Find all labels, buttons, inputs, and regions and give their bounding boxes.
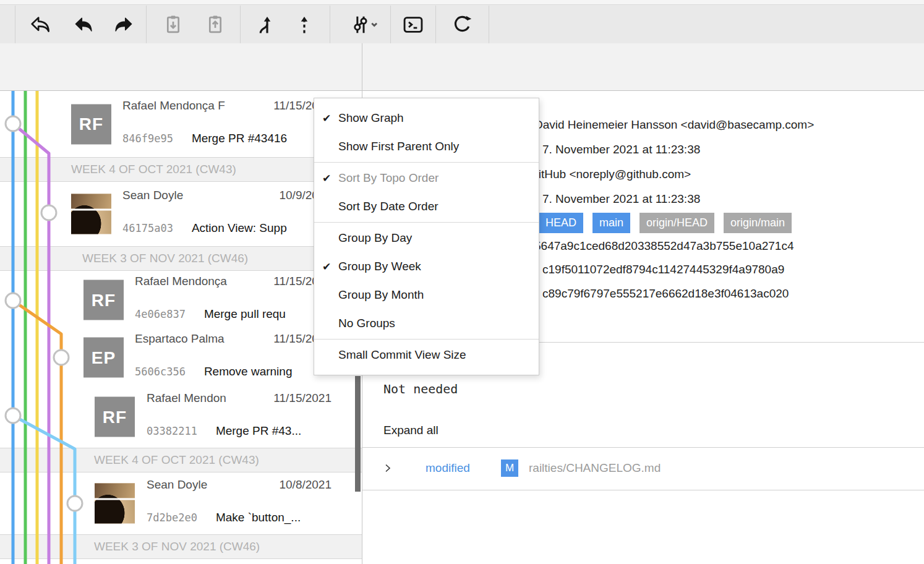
commit-row[interactable]: RF Rafael Mendonça F 11/15/2021 846f9e95… <box>0 91 362 157</box>
avatar-photo <box>71 194 111 234</box>
week-separator-label: WEEK 3 OF NOV 2021 (CW46) <box>94 535 260 558</box>
week-separator-label: WEEK 4 OF OCT 2021 (CW43) <box>94 448 259 472</box>
commit-message: Action View: Supp <box>192 221 287 234</box>
week-separator-label: WEEK 4 OF OCT 2021 (CW43) <box>71 158 236 181</box>
commit-message: Remove warning <box>204 365 293 378</box>
commit-row[interactable]: RF Rafael Mendon 11/15/2021 03382211Merg… <box>0 386 362 448</box>
refs-row: HEAD main origin/HEAD origin/main <box>539 213 792 233</box>
avatar-initials: RF <box>71 104 111 144</box>
week-separator-label: WEEK 3 OF NOV 2021 (CW46) <box>82 247 248 270</box>
menu-divider <box>314 222 539 223</box>
commit-date: 10/8/2021 <box>279 477 332 493</box>
week-separator: WEEK 4 OF OCT 2021 (CW43) <box>0 448 362 472</box>
refresh-button[interactable] <box>445 6 479 43</box>
menu-item-group-by-month[interactable]: Group By Month <box>314 281 539 309</box>
pull-button[interactable] <box>246 6 281 43</box>
pull-merge-icon <box>252 13 275 36</box>
commit-author: Rafael Mendon <box>147 390 226 406</box>
toolbar-separator <box>240 6 241 43</box>
avatar-photo <box>95 484 135 524</box>
commit-message: Make `button_... <box>216 511 301 524</box>
commit-author-line: David Heinemeier Hansson <david@basecamp… <box>534 117 814 133</box>
stash-button[interactable] <box>156 6 190 43</box>
branch-options-button[interactable] <box>343 6 384 43</box>
tree-hash: c89c79f6797e555217e6662d18e3f04613ac020 <box>542 286 789 302</box>
undo-button[interactable] <box>66 6 101 43</box>
commit-message: Merge PR #43... <box>216 424 301 437</box>
commit-full-hash: 5647a9c1ced68d20338552d47a3b755e10a271c4 <box>534 238 794 254</box>
week-separator: WEEK 4 OF OCT 2021 (CW43) <box>0 157 362 182</box>
ref-badge-origin-main[interactable]: origin/main <box>724 213 792 233</box>
commit-date: 11/15/2021 <box>273 390 332 406</box>
commit-message-body: Not needed <box>383 380 458 398</box>
menu-item-show-graph[interactable]: ✔ Show Graph <box>314 104 539 132</box>
terminal-icon <box>401 13 425 36</box>
commit-hash: 4e06e837 <box>135 308 186 320</box>
commit-date-line: 7. November 2021 at 11:23:38 <box>542 191 700 207</box>
commit-hash: 7d2be2e0 <box>147 511 197 524</box>
toolbar-separator <box>146 6 147 43</box>
section-divider <box>362 447 924 448</box>
rebase-icon <box>293 13 316 36</box>
menu-item-small-commit-view-size[interactable]: Small Commit View Size <box>314 341 539 369</box>
commit-hash: 5606c356 <box>135 365 186 378</box>
commit-author: Rafael Mendonça F <box>122 98 225 114</box>
share-icon <box>28 13 52 36</box>
chevron-right-icon <box>383 463 393 476</box>
commit-list-panel: RF Rafael Mendonça F 11/15/2021 846f9e95… <box>0 91 362 564</box>
ref-badge-main[interactable]: main <box>592 213 630 233</box>
terminal-button[interactable] <box>396 6 430 43</box>
menu-item-sort-by-topo-order[interactable]: ✔ Sort By Topo Order <box>314 164 539 192</box>
commit-author: Sean Doyle <box>147 477 207 493</box>
undo-icon <box>72 14 95 36</box>
week-separator: WEEK 3 OF NOV 2021 (CW46) <box>0 246 362 271</box>
commit-author: Espartaco Palma <box>135 331 225 347</box>
commit-message: Merge pull requ <box>204 307 286 320</box>
toolbar-separator <box>15 6 15 43</box>
ref-badge-origin-head[interactable]: origin/HEAD <box>640 213 714 233</box>
menu-item-sort-by-date-order[interactable]: Sort By Date Order <box>314 192 539 221</box>
commit-author-date-line: 7. November 2021 at 11:23:38 <box>542 142 700 158</box>
commit-row[interactable]: Sean Doyle 10/8/2021 7d2be2e0Make `butto… <box>0 472 362 534</box>
week-separator: WEEK 3 OF NOV 2021 (CW46) <box>0 534 362 559</box>
rebase-button[interactable] <box>287 6 322 43</box>
menu-item-no-groups[interactable]: No Groups <box>314 309 539 338</box>
ref-badge-head[interactable]: HEAD <box>539 213 583 233</box>
section-divider <box>362 490 924 490</box>
file-modified-badge: M <box>501 459 518 477</box>
commit-message: Merge PR #43416 <box>192 132 287 145</box>
menu-item-group-by-week[interactable]: ✔ Group By Week <box>314 252 539 281</box>
toolbar-separator <box>435 6 436 43</box>
avatar-initials: RF <box>83 280 124 320</box>
commit-hash: 846f9e95 <box>122 132 173 145</box>
parent-hash: c19f5011072edf8794c11427445329f4a9780a9 <box>542 262 784 278</box>
unstash-icon <box>203 13 227 36</box>
redo-icon <box>113 14 135 36</box>
commit-row[interactable]: EP Espartaco Palma 11/15/2021 5606c356Re… <box>0 329 362 386</box>
commit-hash: 03382211 <box>147 425 197 437</box>
checkmark-icon: ✔ <box>322 172 338 185</box>
stash-icon <box>161 13 185 36</box>
avatar-initials: EP <box>83 338 124 378</box>
redo-button[interactable] <box>106 6 141 43</box>
menu-item-group-by-day[interactable]: Group By Day <box>314 224 539 252</box>
branch-options-icon <box>348 13 379 36</box>
branch-header-bar: All Branches, Remotes, Tags 5647a9c1 <box>0 43 924 91</box>
commit-hash: 46175a03 <box>122 222 173 234</box>
commit-list-options-menu: ✔ Show Graph Show First Parent Only ✔ So… <box>314 98 539 375</box>
menu-divider <box>314 162 539 163</box>
expand-all-link[interactable]: Expand all <box>383 422 438 438</box>
checkmark-icon: ✔ <box>322 112 338 125</box>
checkmark-icon: ✔ <box>322 260 338 273</box>
commit-row[interactable]: RF Rafael Mendonça 11/15/2021 4e06e837Me… <box>0 271 362 329</box>
avatar-initials: RF <box>95 397 135 437</box>
commit-list-scrollbar[interactable] <box>355 376 361 492</box>
commit-author: Sean Doyle <box>122 187 183 203</box>
commit-committer-line: GitHub <noreply@github.com> <box>529 166 691 182</box>
refresh-icon <box>450 13 474 36</box>
menu-item-show-first-parent-only[interactable]: Show First Parent Only <box>314 132 539 161</box>
menu-divider <box>314 339 539 340</box>
unstash-button[interactable] <box>198 6 233 43</box>
share-button[interactable] <box>23 6 58 43</box>
commit-row[interactable]: Sean Doyle 10/9/2021 46175a03Action View… <box>0 182 362 246</box>
